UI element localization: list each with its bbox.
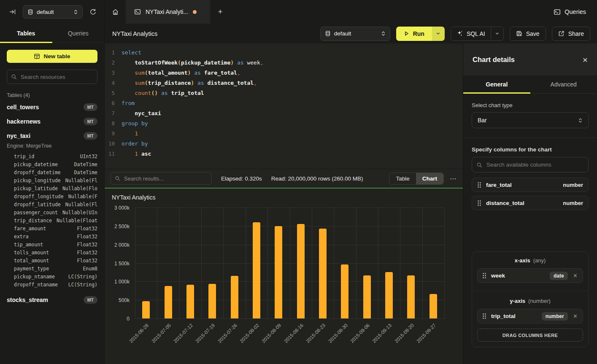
sidebar-tab-tables[interactable]: Tables bbox=[0, 24, 52, 43]
token: trip_distance bbox=[148, 80, 191, 86]
refresh-button[interactable] bbox=[88, 7, 98, 17]
drag-handle-icon[interactable] bbox=[477, 200, 481, 206]
token bbox=[234, 59, 237, 66]
axis-column-chip[interactable]: trip_totalnumber× bbox=[477, 309, 583, 324]
token: sum bbox=[135, 70, 144, 76]
editor-results-stack: 1select2toStartOfWeek(pickup_datetime) a… bbox=[105, 43, 463, 364]
column-type: Nullable(Flo bbox=[62, 186, 97, 191]
chevron-down-icon bbox=[436, 31, 440, 36]
results-toolbar: Elapsed: 0.320s Read: 20,000,000 rows (2… bbox=[105, 169, 463, 188]
tab-title: NYTaxi Analyti... bbox=[146, 8, 188, 15]
sql-ai-button[interactable]: SQL AI bbox=[451, 27, 491, 40]
close-panel-button[interactable]: × bbox=[583, 55, 588, 64]
token: trip_total bbox=[171, 90, 204, 96]
home-button[interactable] bbox=[105, 0, 126, 24]
tab-general[interactable]: General bbox=[463, 75, 530, 93]
drag-handle-icon[interactable] bbox=[482, 272, 486, 279]
share-button[interactable]: Share bbox=[552, 27, 590, 41]
table-row[interactable]: hackernewsMT bbox=[0, 114, 104, 129]
column-name: pickup_longitude bbox=[14, 178, 61, 183]
divider bbox=[472, 291, 588, 291]
new-tab-button[interactable]: + bbox=[210, 0, 230, 24]
bar bbox=[275, 226, 282, 318]
x-axis-tick-text: 2015-08-09 bbox=[261, 323, 282, 344]
save-label: Save bbox=[526, 30, 540, 37]
y-axis-chips: trip_totalnumber× bbox=[477, 309, 583, 324]
column-name: payment_type bbox=[14, 266, 49, 272]
collapse-sidebar-button[interactable] bbox=[8, 7, 18, 17]
database-selector[interactable]: default bbox=[23, 5, 83, 19]
line-number: 3 bbox=[105, 68, 122, 78]
view-toggle: Table Chart bbox=[389, 173, 444, 185]
remove-column-button[interactable]: × bbox=[573, 312, 578, 321]
database-selector[interactable]: default bbox=[320, 27, 390, 41]
column-name: dropoff_ntaname bbox=[14, 282, 58, 288]
token: order by bbox=[122, 140, 148, 147]
engine-badge: MT bbox=[84, 103, 97, 111]
engine-badge: MT bbox=[84, 296, 97, 304]
axis-column-chip[interactable]: weekdate× bbox=[477, 268, 583, 283]
table-row[interactable]: cell_towersMT bbox=[0, 100, 104, 114]
token: ) bbox=[191, 80, 194, 86]
line-number: 5 bbox=[105, 88, 122, 98]
column-type: Enum8 bbox=[83, 266, 97, 272]
sql-editor[interactable]: 1select2toStartOfWeek(pickup_datetime) a… bbox=[105, 43, 463, 169]
editor-line: 111 asc bbox=[105, 149, 463, 159]
editor-line: 6from bbox=[105, 98, 463, 108]
table-name: cell_towers bbox=[7, 104, 39, 111]
run-options-button[interactable] bbox=[432, 27, 445, 41]
run-button[interactable]: Run bbox=[396, 27, 432, 41]
column-type: Float32 bbox=[77, 250, 97, 256]
database-selector-value: default bbox=[37, 9, 70, 15]
bar bbox=[297, 224, 305, 318]
run-label: Run bbox=[413, 30, 424, 37]
sidebar-search-input[interactable] bbox=[7, 70, 97, 84]
token: , bbox=[237, 70, 240, 76]
chart-type-value: Bar bbox=[478, 117, 487, 124]
chart-details-panel: Chart details × General Advanced Select … bbox=[463, 43, 597, 364]
chart-type-select[interactable]: Bar bbox=[472, 112, 589, 128]
token: as bbox=[194, 70, 201, 76]
remove-column-button[interactable]: × bbox=[573, 272, 578, 280]
save-button[interactable]: Save bbox=[510, 27, 546, 41]
view-toggle-chart[interactable]: Chart bbox=[416, 173, 443, 184]
sidebar-tab-queries[interactable]: Queries bbox=[52, 24, 105, 43]
available-column-chip[interactable]: distance_totalnumber bbox=[472, 196, 589, 210]
results-search-input[interactable] bbox=[111, 172, 212, 185]
editor-line: 5count() as trip_total bbox=[105, 88, 463, 98]
drop-zone[interactable]: DRAG COLUMNS HERE bbox=[477, 329, 583, 342]
drag-handle-icon[interactable] bbox=[477, 182, 481, 188]
columns-search-input[interactable] bbox=[472, 157, 589, 173]
queries-button[interactable]: Queries bbox=[554, 0, 586, 24]
unsaved-dot-icon bbox=[193, 10, 197, 14]
column-chip-name: distance_total bbox=[486, 200, 558, 206]
column-name: pickup_latitude bbox=[14, 186, 58, 191]
column-name: passenger_count bbox=[14, 210, 58, 216]
column-row: total_amountFloat32 bbox=[0, 256, 104, 264]
view-toggle-table[interactable]: Table bbox=[389, 173, 416, 184]
column-type: Float32 bbox=[77, 226, 97, 232]
table-row[interactable]: stocks_streamMT bbox=[0, 293, 104, 307]
available-column-chip[interactable]: fare_totalnumber bbox=[472, 178, 589, 192]
token: , bbox=[260, 59, 264, 66]
y-axis-tick-label: 500k bbox=[119, 297, 130, 303]
column-type: Nullable(Fl bbox=[65, 178, 97, 183]
table-row[interactable]: nyc_taxiMT bbox=[0, 129, 104, 143]
new-table-button[interactable]: New table bbox=[7, 50, 97, 63]
drag-handle-icon[interactable] bbox=[482, 313, 486, 319]
column-name: dropoff_longitude bbox=[14, 194, 64, 200]
tab-nytaxi-analytics[interactable]: NYTaxi Analyti... bbox=[126, 0, 210, 24]
home-icon bbox=[112, 8, 119, 16]
tab-advanced[interactable]: Advanced bbox=[530, 75, 597, 93]
column-type: Float32 bbox=[77, 234, 97, 240]
editor-line: 91 bbox=[105, 129, 463, 139]
gridline-vertical bbox=[223, 208, 224, 318]
column-row: dropoff_datetimeDateTime bbox=[0, 168, 104, 176]
more-options-button[interactable]: ⋯ bbox=[450, 175, 457, 183]
search-icon bbox=[115, 176, 120, 181]
x-axis-tick-text: 2015-08-02 bbox=[239, 323, 260, 344]
panel-header: Chart details × bbox=[463, 43, 597, 75]
sql-ai-options-button[interactable] bbox=[491, 27, 503, 40]
bar bbox=[407, 275, 415, 318]
token: select bbox=[122, 49, 141, 56]
